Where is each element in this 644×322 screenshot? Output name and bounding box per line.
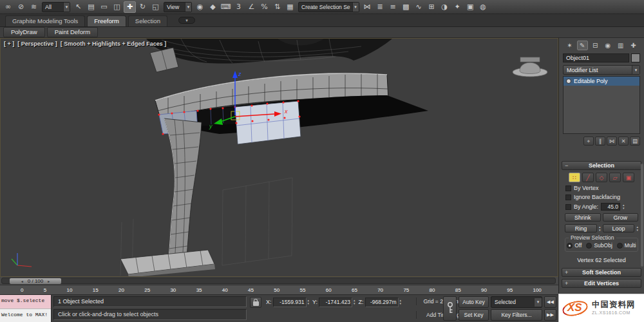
checkbox-box[interactable] bbox=[565, 194, 571, 200]
subobject-vertex-icon[interactable]: ∷ bbox=[569, 173, 580, 182]
by-angle-checkbox[interactable]: By Angle: 45.0 ▴▾ bbox=[565, 203, 638, 211]
ribbon-panel-paint-deform[interactable]: Paint Deform bbox=[47, 27, 98, 37]
previous-key-button[interactable]: ◀◀ bbox=[544, 296, 556, 308]
tab-selection[interactable]: Selection bbox=[128, 15, 167, 26]
selection-lock-toggle[interactable] bbox=[250, 297, 261, 308]
next-frame-arrow-icon[interactable]: ▸ bbox=[48, 279, 50, 283]
viewport-general-menu[interactable]: [ + ] bbox=[4, 41, 14, 47]
modify-panel-tab[interactable]: ✎ bbox=[577, 41, 588, 50]
object-name-field[interactable]: Object01 bbox=[563, 53, 629, 62]
use-pivot-center-icon[interactable]: ◉ bbox=[194, 1, 206, 13]
bind-to-space-warp-icon[interactable]: ≋ bbox=[28, 1, 40, 13]
prev-frame-arrow-icon[interactable]: ◂ bbox=[21, 279, 23, 283]
set-key-button[interactable]: Set Key bbox=[459, 309, 489, 321]
perspective-viewport[interactable]: [ + ] [ Perspective ] [ Smooth + Highlig… bbox=[0, 38, 558, 277]
ring-button[interactable]: Ring bbox=[565, 224, 597, 232]
render-production-icon[interactable]: ◍ bbox=[477, 1, 489, 13]
material-editor-icon[interactable]: ◑ bbox=[439, 1, 451, 13]
select-and-rotate-icon[interactable]: ↻ bbox=[137, 1, 149, 13]
curve-editor-icon[interactable]: ∿ bbox=[413, 1, 425, 13]
ring-spinner-icon[interactable]: ▴▾ bbox=[599, 225, 601, 232]
z-spinner-icon[interactable]: ▴▾ bbox=[400, 299, 402, 305]
next-key-button[interactable]: ▶▶ bbox=[544, 309, 556, 321]
key-filters-button[interactable]: Key Filters... bbox=[491, 309, 542, 321]
viewport-shading-menu[interactable]: [ Smooth + Highlights + Edged Faces ] bbox=[61, 41, 167, 47]
key-set-dropdown[interactable]: Selected ▾ bbox=[491, 296, 542, 308]
rollout-header[interactable]: +Soft Selection bbox=[562, 268, 641, 277]
checkbox-box[interactable] bbox=[565, 185, 571, 191]
grow-button[interactable]: Grow bbox=[603, 213, 639, 222]
spinner-arrows-icon[interactable]: ▴▾ bbox=[623, 204, 625, 210]
x-coordinate-field[interactable]: -1559.931 bbox=[273, 298, 307, 307]
time-slider-track[interactable]: ◂ 0 / 100 ▸ bbox=[1, 278, 556, 284]
layer-manager-icon[interactable]: ≡ bbox=[387, 1, 399, 13]
create-panel-tab[interactable]: ✶ bbox=[564, 41, 575, 50]
radio-button[interactable] bbox=[586, 243, 592, 249]
edit-named-selection-sets-icon[interactable]: ▦ bbox=[284, 1, 296, 13]
preview-option-subobj[interactable]: SubObj bbox=[586, 242, 612, 249]
modifier-stack[interactable]: Editable Poly bbox=[563, 76, 640, 134]
configure-modifier-sets-icon[interactable]: ▤ bbox=[630, 137, 640, 146]
z-coordinate-field[interactable]: -968.297m bbox=[365, 298, 399, 307]
selection-filter-dropdown[interactable]: All▾ bbox=[42, 2, 70, 12]
panel-scrollbar[interactable] bbox=[641, 164, 643, 267]
spinner-snap-icon[interactable]: ⇅ bbox=[271, 1, 283, 13]
subobject-edge-icon[interactable]: ╱ bbox=[582, 173, 594, 182]
select-by-name-icon[interactable]: ▤ bbox=[85, 1, 97, 13]
hierarchy-panel-tab[interactable]: ⊟ bbox=[590, 41, 601, 50]
visibility-bulb-icon[interactable] bbox=[566, 79, 571, 84]
set-key-mode-toggle[interactable] bbox=[443, 296, 457, 321]
subobject-element-icon[interactable]: ▣ bbox=[623, 173, 634, 182]
viewport-canvas[interactable]: x y z bbox=[1, 39, 558, 277]
reference-coordinate-system-dropdown[interactable]: View▾ bbox=[164, 2, 192, 12]
rendered-frame-window-icon[interactable]: ▣ bbox=[464, 1, 477, 13]
mirror-icon[interactable]: ⋈ bbox=[361, 1, 374, 13]
shrink-button[interactable]: Shrink bbox=[565, 213, 601, 222]
radio-button[interactable] bbox=[617, 243, 623, 249]
time-slider[interactable]: ◂ 0 / 100 ▸ bbox=[0, 277, 558, 285]
track-bar[interactable]: 0510152025303540455055606570758085909510… bbox=[0, 285, 558, 295]
viewport-pov-menu[interactable]: [ Perspective ] bbox=[17, 41, 57, 47]
by-vertex-checkbox[interactable]: By Vertex bbox=[565, 185, 638, 191]
pin-stack-icon[interactable]: ⌖ bbox=[583, 137, 594, 146]
auto-key-button[interactable]: Auto Key bbox=[459, 296, 489, 308]
angle-snap-icon[interactable]: ∠ bbox=[245, 1, 258, 13]
time-slider-handle[interactable]: ◂ 0 / 100 ▸ bbox=[10, 278, 61, 284]
select-and-link-icon[interactable]: ∞ bbox=[2, 1, 14, 13]
modifier-list-dropdown[interactable]: Modifier List ▾ bbox=[563, 65, 640, 75]
named-selection-sets-dropdown[interactable]: Create Selection Se▾ bbox=[298, 2, 359, 12]
ribbon-minimize-toggle[interactable]: ▾ bbox=[178, 17, 195, 24]
render-setup-icon[interactable]: ✦ bbox=[451, 1, 464, 13]
select-and-scale-icon[interactable]: ◱ bbox=[149, 1, 162, 13]
stack-item[interactable]: Editable Poly bbox=[564, 77, 639, 86]
remove-modifier-icon[interactable]: ✕ bbox=[618, 137, 629, 146]
select-and-manipulate-icon[interactable]: ◆ bbox=[207, 1, 219, 13]
keyboard-shortcut-override-icon[interactable]: ⌨ bbox=[220, 1, 232, 13]
subobject-polygon-icon[interactable]: ▱ bbox=[609, 173, 621, 182]
motion-panel-tab[interactable]: ◉ bbox=[602, 41, 613, 50]
x-spinner-icon[interactable]: ▴▾ bbox=[308, 299, 310, 305]
selection-rollout-header[interactable]: − Selection bbox=[562, 161, 641, 170]
graphite-ribbon-toggle-icon[interactable]: ▩ bbox=[400, 1, 412, 13]
loop-button[interactable]: Loop bbox=[603, 224, 635, 232]
preview-option-multi[interactable]: Multi bbox=[617, 242, 636, 249]
object-color-swatch[interactable] bbox=[631, 53, 640, 62]
maxscript-mini-listener[interactable]: move $.selecte Welcome to MAX! bbox=[0, 295, 52, 322]
snap-toggle-3d-icon[interactable]: 3 bbox=[232, 1, 245, 13]
schematic-view-icon[interactable]: ⊞ bbox=[426, 1, 438, 13]
show-end-result-icon[interactable]: ∥ bbox=[595, 137, 605, 146]
by-angle-value-field[interactable]: 45.0 bbox=[601, 203, 620, 211]
rollout-header[interactable]: +Edit Vertices bbox=[562, 279, 641, 288]
percent-snap-icon[interactable]: % bbox=[258, 1, 270, 13]
utilities-panel-tab[interactable]: ✚ bbox=[628, 41, 639, 50]
select-object-icon[interactable]: ↖ bbox=[72, 1, 84, 13]
y-spinner-icon[interactable]: ▴▾ bbox=[354, 299, 355, 305]
listener-line[interactable]: Welcome to MAX! bbox=[0, 308, 51, 322]
checkbox-box[interactable] bbox=[565, 204, 571, 210]
align-icon[interactable]: ≣ bbox=[374, 1, 386, 13]
ribbon-panel-polydraw[interactable]: PolyDraw bbox=[3, 27, 45, 37]
window-crossing-icon[interactable]: ◫ bbox=[111, 1, 123, 13]
loop-spinner-icon[interactable]: ▴▾ bbox=[636, 225, 638, 232]
display-panel-tab[interactable]: ▥ bbox=[615, 41, 626, 50]
unlink-selection-icon[interactable]: ⊘ bbox=[15, 1, 27, 13]
